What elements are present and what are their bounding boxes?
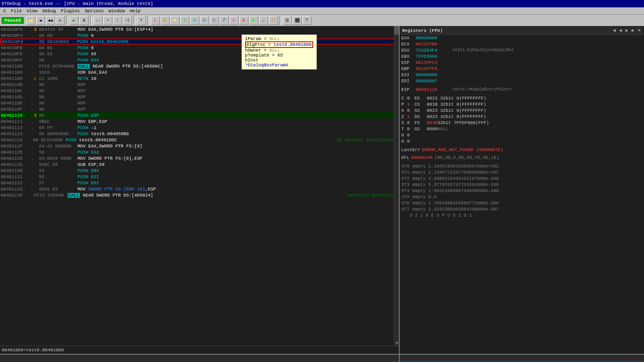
- btn-R[interactable]: R: [249, 16, 258, 25]
- back-button[interactable]: ◀: [36, 16, 45, 25]
- menu-plugins[interactable]: Plugins: [58, 9, 82, 14]
- btn-B[interactable]: B: [239, 16, 248, 25]
- table-row[interactable]: 004010F4 . 6A 00 PUSH 0: [0, 32, 399, 38]
- pause-button[interactable]: ⏸: [80, 16, 89, 25]
- reg-left-arrow[interactable]: ◄: [612, 28, 617, 34]
- tooltip-howner: hOwner = NULL: [245, 48, 313, 53]
- tooltip-dialogboxparama: └DialogBoxParamA: [245, 63, 313, 68]
- btn-E[interactable]: E: [161, 16, 170, 25]
- menu-bar: C File View Debug Plugins Options Window…: [0, 7, 644, 15]
- menu-C[interactable]: C: [1, 9, 9, 14]
- disasm-scrollbar[interactable]: ▼: [394, 26, 399, 346]
- reg-st3: ST3 empty 5.3779702747233501000e-299: [401, 181, 643, 188]
- reg-st7: ST7 empty 2.2252300403504330000e-307: [401, 206, 643, 212]
- table-row[interactable]: 0040111A . 68 DC1D4000 PUSH test6.00401D…: [0, 137, 399, 143]
- table-row[interactable]: 00401100 . FF15 9C504000 CALL NEAR DWORD…: [0, 63, 399, 69]
- reg-ebp: EBP 0012FFF0: [401, 66, 643, 72]
- table-row[interactable]: 00401133 . 8965 E8 MOV DWORD PTR SS:[EBP…: [0, 186, 399, 192]
- run-button[interactable]: ▶: [70, 16, 79, 25]
- table-row[interactable]: 004010F0 . $ 8B4424 04 MOV EAX,DWORD PTR…: [0, 26, 399, 32]
- table-row[interactable]: 0040110D . 90 NOP: [0, 94, 399, 100]
- btn-W[interactable]: W: [190, 16, 199, 25]
- btn-list[interactable]: ☰: [283, 16, 292, 25]
- table-row[interactable]: 00401113 . 6A FF PUSH -1: [0, 124, 399, 131]
- btn-S[interactable]: S: [269, 16, 278, 25]
- table-row[interactable]: 00401115 . 68 88504000 PUSH test6.004050…: [0, 131, 399, 137]
- table-row[interactable]: 00401111 . 8BEC MOV EBP,ESP: [0, 118, 399, 124]
- memory-panel[interactable]: 0040600000000000 0040600400000000 004060…: [0, 355, 400, 362]
- registers-panel[interactable]: Registers (FPU) ◄ ◄ ► ► × EAX 00000000 E…: [400, 26, 644, 354]
- table-row[interactable]: 00401108 . L C2 1000 RETN 10: [0, 75, 399, 81]
- table-row[interactable]: 004010FF . 50 PUSH EAX: [0, 57, 399, 63]
- table-row[interactable]: 004010FB . 6A 00 PUSH 0: [0, 45, 399, 51]
- table-row[interactable]: 004010FD . 6A 65 PUSH 65: [0, 51, 399, 57]
- table-row[interactable]: 00401106 . 33C0 XOR EAX,EAX: [0, 69, 399, 75]
- table-row[interactable]: 00401131 . 56 PUSH ESI: [0, 174, 399, 180]
- reg-right-arrow[interactable]: ►: [624, 28, 629, 34]
- open-button[interactable]: 📁: [26, 16, 35, 25]
- close-button[interactable]: ✕: [56, 16, 65, 25]
- run-to-button[interactable]: →|: [123, 16, 132, 25]
- table-row[interactable]: 00401126 . 64:8925 0000 MOV DWORD PTR FS…: [0, 155, 399, 161]
- btn-dots[interactable]: …: [259, 16, 268, 25]
- menu-help[interactable]: Help: [127, 9, 143, 14]
- menu-options[interactable]: Options: [82, 9, 106, 14]
- reg-nav: ◄ ◄ ► ► ×: [612, 28, 642, 34]
- disasm-panel: 004010F0 . $ 8B4424 04 MOV EAX,DWORD PTR…: [0, 26, 400, 354]
- table-row[interactable]: 0040112D . 83EC 58 SUB ESP,58: [0, 161, 399, 167]
- reg-ecx: ECX 0012FFB0: [401, 41, 643, 47]
- scroll-thumb[interactable]: [394, 26, 399, 34]
- memory-panel-header: [0, 355, 399, 361]
- flag-S: S 0 FS 003B 32bit 7FFDF000(FFF): [401, 120, 643, 126]
- table-row[interactable]: 00401110 . $ 55 PUSH EBP: [0, 112, 399, 118]
- table-row[interactable]: 00401136 . FF15 245040 CALL NEAR DWORD P…: [0, 192, 399, 198]
- reg-st5: ST5 empty 0.0: [401, 194, 643, 200]
- menu-debug[interactable]: Debug: [40, 9, 58, 14]
- reg-st4: ST4 empty 2.5652260696745036000e-300: [401, 188, 643, 194]
- table-row[interactable]: 004010F6 68 00104000 PUSH test6.00401000: [0, 38, 399, 45]
- table-row[interactable]: 0040110B . 90 NOP: [0, 81, 399, 88]
- step-into-button[interactable]: ↓↓: [93, 16, 102, 25]
- menu-file[interactable]: File: [9, 9, 24, 14]
- btn-question[interactable]: ?: [303, 16, 312, 25]
- title-bar: DTDebug - test6.exe -- [CPU - main threa…: [0, 0, 644, 7]
- disasm-view[interactable]: 004010F0 . $ 8B4424 04 MOV EAX,DWORD PTR…: [0, 26, 399, 346]
- menu-view[interactable]: View: [24, 9, 40, 14]
- sep1: [66, 16, 68, 25]
- reg-close-arrow[interactable]: ×: [637, 28, 642, 34]
- table-row[interactable]: 0040110E . 90 NOP: [0, 100, 399, 106]
- plus-button[interactable]: +: [137, 16, 146, 25]
- flag-T: T 0 GS 0000 NULL: [401, 126, 643, 132]
- reg-left2-arrow[interactable]: ◄: [618, 28, 623, 34]
- reg-st6: ST6 empty 1.7801908226668771000e-306: [401, 200, 643, 206]
- main-layout: 004010F0 . $ 8B4424 04 MOV EAX,DWORD PTR…: [0, 26, 644, 354]
- tooltip-lparam: lParam = NULL: [245, 36, 313, 41]
- btn-cpu[interactable]: ⬛: [293, 16, 302, 25]
- btn-C[interactable]: C: [210, 16, 219, 25]
- step-over-button[interactable]: ↷: [103, 16, 112, 25]
- reg-right2-arrow[interactable]: ►: [631, 28, 635, 34]
- table-row[interactable]: 00401132 . 57 PUSH EDI: [0, 180, 399, 186]
- sep5: [280, 16, 281, 25]
- table-row[interactable]: 00401125 . 50 PUSH EAX: [0, 149, 399, 155]
- table-row[interactable]: 00401130 . 53 PUSH EBX: [0, 167, 399, 174]
- sep4: [148, 16, 149, 25]
- table-row[interactable]: 0040110F . 90 NOP: [0, 106, 399, 112]
- table-row[interactable]: 0040111F . 64:A1 000000 MOV EAX,DWORD PT…: [0, 143, 399, 149]
- scroll-down-arrow[interactable]: ▼: [394, 341, 399, 346]
- back2-button[interactable]: ◀◀: [46, 16, 55, 25]
- tooltip-ptemplate: pTemplate = 65: [245, 53, 313, 58]
- btn-L[interactable]: L: [151, 16, 160, 25]
- btn-T[interactable]: T: [180, 16, 189, 25]
- btn-slash[interactable]: /: [220, 16, 229, 25]
- btn-H[interactable]: H: [200, 16, 209, 25]
- btn-M[interactable]: M: [171, 16, 180, 25]
- step-out-button[interactable]: ↑: [113, 16, 122, 25]
- btn-K[interactable]: K: [230, 16, 239, 25]
- stack-panel[interactable]: 0012FFC0 7C817077 RETURN to kernel32.7C8…: [400, 355, 644, 362]
- reg-edx: EDX 7C92E4F4 ntdll.KiFastSystemCallRet: [401, 47, 643, 53]
- menu-window[interactable]: Window: [106, 9, 127, 14]
- table-row[interactable]: 0040110C . 90 NOP: [0, 88, 399, 94]
- flag-C: C 0 ES 0023 32bit 0(FFFFFFFF): [401, 95, 643, 101]
- sep2: [90, 16, 92, 25]
